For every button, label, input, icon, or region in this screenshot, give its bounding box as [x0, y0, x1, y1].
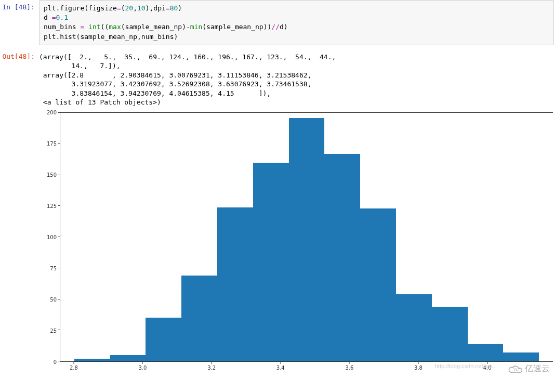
x-tick-mark	[142, 362, 143, 364]
out-prompt: Out[48]:	[0, 49, 39, 60]
histogram-bar	[324, 154, 360, 361]
y-tick-mark	[58, 268, 60, 268]
x-tick-label: 2.8	[70, 365, 78, 371]
brand-text: 亿速云	[525, 363, 550, 374]
x-tick-mark	[418, 362, 419, 364]
histogram-bar	[217, 207, 253, 361]
y-axis-ticks: 0255075100125150175200	[39, 112, 60, 362]
x-tick-mark	[280, 362, 281, 364]
histogram-bar	[253, 163, 289, 361]
x-tick-label: 3.0	[139, 365, 147, 371]
histogram-chart: 0255075100125150175200 2.83.03.23.43.63.…	[39, 107, 554, 377]
y-tick-mark	[58, 112, 60, 113]
histogram-bar	[289, 118, 325, 361]
x-tick-label: 3.8	[414, 365, 423, 371]
brand-watermark: Ys 亿速云	[508, 363, 550, 374]
output-cell: Out[48]: (array([ 2., 5., 35., 69., 124.…	[0, 49, 554, 107]
y-tick-label: 50	[50, 297, 57, 303]
x-tick-mark	[212, 362, 212, 364]
y-tick-label: 125	[47, 203, 57, 209]
x-tick-label: 3.4	[276, 365, 285, 371]
histogram-bar	[110, 355, 146, 361]
y-tick-label: 100	[47, 234, 57, 240]
output-text: (array([ 2., 5., 35., 69., 124., 160., 1…	[39, 49, 554, 107]
y-tick-mark	[58, 175, 60, 175]
x-tick-mark	[73, 362, 74, 364]
bars-container	[60, 113, 553, 361]
y-tick-label: 175	[47, 141, 57, 147]
plot-area	[60, 112, 553, 362]
x-tick-label: 3.6	[345, 365, 353, 371]
y-tick-mark	[58, 237, 60, 237]
y-tick-mark	[58, 330, 60, 330]
histogram-bar	[146, 318, 181, 361]
code-editor[interactable]: plt.figure(figsize=(20,10),dpi=80) d =0.…	[39, 0, 554, 45]
input-cell: In [48]: plt.figure(figsize=(20,10),dpi=…	[0, 0, 554, 45]
histogram-bar	[74, 359, 110, 361]
y-tick-mark	[58, 299, 60, 299]
cloud-icon: Ys	[508, 364, 523, 374]
histogram-bar	[181, 276, 217, 361]
y-tick-label: 75	[50, 266, 57, 271]
histogram-bar	[503, 352, 539, 361]
url-watermark: http://blog.csdn.net/we...	[435, 363, 497, 369]
x-tick-mark	[349, 362, 350, 364]
y-tick-label: 150	[47, 172, 57, 178]
y-tick-label: 25	[50, 328, 57, 334]
y-tick-mark	[58, 361, 60, 361]
svg-text:Ys: Ys	[513, 368, 518, 371]
in-prompt: In [48]:	[0, 0, 39, 11]
y-tick-label: 200	[47, 110, 57, 115]
histogram-bar	[468, 344, 504, 361]
y-tick-label: 0	[54, 359, 57, 365]
histogram-bar	[396, 294, 432, 361]
histogram-bar	[360, 208, 396, 361]
y-tick-mark	[58, 205, 60, 206]
x-tick-label: 3.2	[207, 365, 216, 371]
histogram-bar	[432, 307, 468, 361]
y-tick-mark	[58, 143, 60, 144]
